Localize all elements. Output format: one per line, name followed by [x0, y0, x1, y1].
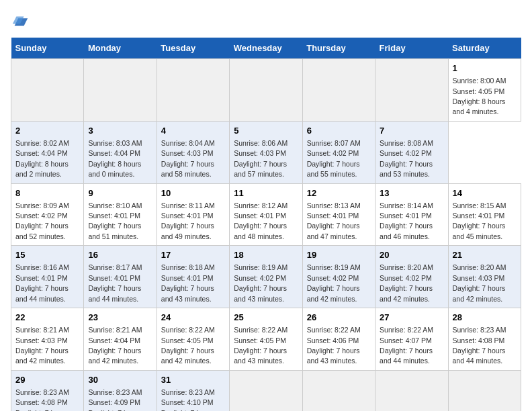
column-header-wednesday: Wednesday — [230, 38, 302, 59]
sunset-text: Sunset: 4:09 PM — [88, 398, 140, 406]
daylight-text: Daylight: 7 hours and 47 minutes. — [307, 222, 360, 240]
sunset-text: Sunset: 4:02 PM — [380, 274, 432, 282]
sunrise-text: Sunrise: 8:21 AM — [88, 326, 142, 334]
day-number: 30 — [88, 374, 152, 386]
day-cell-17: 17 Sunrise: 8:18 AM Sunset: 4:01 PM Dayl… — [157, 246, 229, 308]
day-cell-4: 4 Sunrise: 8:04 AM Sunset: 4:03 PM Dayli… — [157, 121, 229, 183]
sunrise-text: Sunrise: 8:22 AM — [234, 326, 287, 334]
sunrise-text: Sunrise: 8:19 AM — [234, 263, 287, 271]
day-cell-23: 23 Sunrise: 8:21 AM Sunset: 4:04 PM Dayl… — [84, 308, 157, 371]
week-row-5: 22 Sunrise: 8:21 AM Sunset: 4:03 PM Dayl… — [11, 308, 521, 371]
sunrise-text: Sunrise: 8:14 AM — [380, 201, 433, 210]
day-number: 20 — [380, 249, 443, 261]
day-cell-7: 7 Sunrise: 8:08 AM Sunset: 4:02 PM Dayli… — [375, 121, 448, 183]
sunrise-text: Sunrise: 8:22 AM — [307, 326, 361, 334]
sunset-text: Sunset: 4:02 PM — [380, 149, 432, 157]
daylight-text: Daylight: 7 hours and 43 minutes. — [307, 347, 360, 365]
day-number: 7 — [380, 125, 443, 137]
day-cell-22: 22 Sunrise: 8:21 AM Sunset: 4:03 PM Dayl… — [11, 308, 84, 371]
day-number: 13 — [380, 187, 443, 199]
column-header-saturday: Saturday — [448, 38, 521, 59]
daylight-text: Daylight: 7 hours and 45 minutes. — [453, 222, 506, 240]
day-cell-21: 21 Sunrise: 8:20 AM Sunset: 4:03 PM Dayl… — [448, 246, 521, 308]
empty-cell — [302, 370, 375, 411]
sunrise-text: Sunrise: 8:06 AM — [234, 139, 287, 147]
column-header-monday: Monday — [84, 38, 157, 59]
day-cell-25: 25 Sunrise: 8:22 AM Sunset: 4:05 PM Dayl… — [230, 308, 302, 371]
daylight-text: Daylight: 7 hours and 42 minutes. — [453, 284, 506, 302]
sunset-text: Sunset: 4:05 PM — [234, 336, 286, 345]
day-number: 9 — [88, 187, 152, 199]
day-cell-29: 29 Sunrise: 8:23 AM Sunset: 4:08 PM Dayl… — [11, 370, 84, 411]
sunset-text: Sunset: 4:08 PM — [453, 336, 505, 345]
calendar-table: SundayMondayTuesdayWednesdayThursdayFrid… — [11, 38, 521, 411]
day-number: 4 — [161, 125, 225, 137]
daylight-text: Daylight: 7 hours and 46 minutes. — [380, 222, 433, 240]
day-number: 26 — [307, 312, 371, 324]
day-number: 21 — [453, 249, 517, 261]
header-row: SundayMondayTuesdayWednesdayThursdayFrid… — [11, 38, 521, 59]
week-row-3: 8 Sunrise: 8:09 AM Sunset: 4:02 PM Dayli… — [11, 183, 521, 246]
sunset-text: Sunset: 4:03 PM — [453, 274, 505, 282]
sunrise-text: Sunrise: 8:10 AM — [88, 201, 142, 210]
day-number: 16 — [88, 249, 152, 261]
day-cell-5: 5 Sunrise: 8:06 AM Sunset: 4:03 PM Dayli… — [230, 121, 302, 183]
day-number: 17 — [161, 249, 225, 261]
daylight-text: Daylight: 7 hours and 58 minutes. — [161, 160, 214, 178]
daylight-text: Daylight: 7 hours and 42 minutes. — [380, 284, 433, 302]
sunrise-text: Sunrise: 8:23 AM — [15, 388, 69, 396]
day-number: 1 — [453, 62, 517, 75]
day-number: 15 — [15, 249, 79, 261]
day-cell-18: 18 Sunrise: 8:19 AM Sunset: 4:02 PM Dayl… — [230, 246, 302, 308]
week-row-4: 15 Sunrise: 8:16 AM Sunset: 4:01 PM Dayl… — [11, 246, 521, 308]
empty-cell — [84, 59, 157, 122]
sunrise-text: Sunrise: 8:09 AM — [15, 201, 69, 210]
sunrise-text: Sunrise: 8:03 AM — [88, 139, 142, 147]
daylight-text: Daylight: 7 hours and 55 minutes. — [307, 160, 360, 178]
day-number: 8 — [15, 187, 79, 199]
sunrise-text: Sunrise: 8:07 AM — [307, 139, 361, 147]
day-number: 19 — [307, 249, 371, 261]
daylight-text: Daylight: 7 hours and 43 minutes. — [234, 284, 287, 302]
sunrise-text: Sunrise: 8:04 AM — [161, 139, 215, 147]
daylight-text: Daylight: 7 hours and 44 minutes. — [453, 347, 506, 365]
sunrise-text: Sunrise: 8:22 AM — [380, 326, 433, 334]
sunset-text: Sunset: 4:01 PM — [15, 274, 68, 282]
daylight-text: Daylight: 7 hours and 49 minutes. — [161, 222, 214, 240]
day-number: 11 — [234, 187, 298, 199]
daylight-text: Daylight: 7 hours and 48 minutes. — [234, 222, 287, 240]
day-cell-19: 19 Sunrise: 8:19 AM Sunset: 4:02 PM Dayl… — [302, 246, 375, 308]
sunset-text: Sunset: 4:04 PM — [88, 149, 140, 157]
sunset-text: Sunset: 4:03 PM — [234, 149, 286, 157]
week-row-2: 2 Sunrise: 8:02 AM Sunset: 4:04 PM Dayli… — [11, 121, 521, 183]
week-row-1: 1 Sunrise: 8:00 AM Sunset: 4:05 PM Dayli… — [11, 59, 521, 122]
sunrise-text: Sunrise: 8:20 AM — [380, 263, 433, 271]
day-cell-20: 20 Sunrise: 8:20 AM Sunset: 4:02 PM Dayl… — [375, 246, 448, 308]
empty-cell — [302, 59, 375, 122]
sunset-text: Sunset: 4:05 PM — [453, 87, 505, 95]
day-cell-28: 28 Sunrise: 8:23 AM Sunset: 4:08 PM Dayl… — [448, 308, 521, 371]
column-header-tuesday: Tuesday — [157, 38, 229, 59]
daylight-text: Daylight: 7 hours and 44 minutes. — [380, 347, 433, 365]
sunrise-text: Sunrise: 8:23 AM — [453, 326, 506, 334]
sunset-text: Sunset: 4:03 PM — [15, 336, 68, 345]
empty-cell — [157, 59, 229, 122]
empty-cell — [448, 370, 521, 411]
sunrise-text: Sunrise: 8:23 AM — [88, 388, 142, 396]
day-number: 2 — [15, 125, 79, 137]
sunrise-text: Sunrise: 8:19 AM — [307, 263, 361, 271]
day-cell-27: 27 Sunrise: 8:22 AM Sunset: 4:07 PM Dayl… — [375, 308, 448, 371]
daylight-text: Daylight: 7 hours and 42 minutes. — [88, 347, 141, 365]
daylight-text: Daylight: 7 hours and 51 minutes. — [88, 222, 141, 240]
daylight-text: Daylight: 7 hours and 42 minutes. — [161, 347, 214, 365]
sunset-text: Sunset: 4:06 PM — [307, 336, 359, 345]
sunrise-text: Sunrise: 8:21 AM — [15, 326, 69, 334]
sunrise-text: Sunrise: 8:17 AM — [88, 263, 142, 271]
daylight-text: Daylight: 7 hours and 57 minutes. — [234, 160, 287, 178]
empty-cell — [375, 59, 448, 122]
daylight-text: Daylight: 7 hours and 42 minutes. — [307, 284, 360, 302]
daylight-text: Daylight: 7 hours and 43 minutes. — [161, 284, 214, 302]
sunset-text: Sunset: 4:01 PM — [453, 212, 505, 220]
day-number: 6 — [307, 125, 371, 137]
sunset-text: Sunset: 4:01 PM — [88, 212, 140, 220]
